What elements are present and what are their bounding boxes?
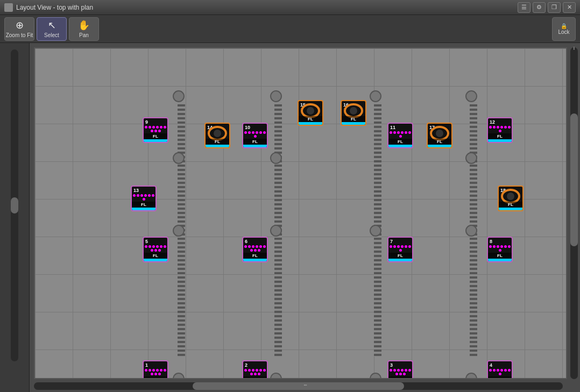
fixture-18[interactable]: 18 FL: [498, 186, 524, 211]
menu-button[interactable]: ☰: [518, 2, 531, 13]
fixture-12[interactable]: 12 FL: [487, 117, 513, 143]
fixture-3-num: 3: [390, 362, 393, 368]
stand-head-c2-mid2: [270, 225, 282, 237]
fixture-10[interactable]: 10 FL: [242, 123, 268, 148]
fixture-4-num: 4: [490, 362, 492, 368]
stand-head-c1-mid2: [173, 225, 185, 237]
toolbar: ⊕ Zoom to Fit ↖ Select ✋ Pan 🔒 Lock: [0, 15, 580, 43]
right-scrollbar-thumb[interactable]: [570, 113, 578, 246]
fixture-16-bar: [342, 122, 365, 125]
stand-head-c1-mid1: [173, 152, 185, 164]
pan-icon: ✋: [78, 19, 90, 31]
fixture-17-label: FL: [428, 139, 451, 145]
grid-lines: [35, 48, 566, 378]
fixture-2-box[interactable]: 2 FL: [242, 360, 268, 379]
fixture-15-bar: [299, 122, 322, 125]
fixture-11-box[interactable]: 11 FL: [387, 123, 413, 148]
fixture-9-label: FL: [144, 133, 167, 139]
fixture-10-num: 10: [245, 125, 250, 130]
fixture-4-box[interactable]: 4 FL: [487, 360, 513, 379]
fixture-1-dots: [144, 368, 167, 376]
fixture-11-num: 11: [390, 125, 395, 130]
fixture-6-box[interactable]: 6 FL: [242, 237, 268, 262]
fixture-12-label: FL: [488, 133, 512, 139]
lock-icon: 🔒: [561, 23, 567, 29]
fixture-9-box[interactable]: 9 FL: [143, 117, 168, 143]
fixture-7-box[interactable]: 7 FL: [387, 237, 413, 262]
fixture-2[interactable]: 2 FL: [242, 360, 268, 379]
fixture-9-num: 9: [145, 119, 148, 125]
fixture-14-box[interactable]: 14 FL: [204, 123, 230, 148]
pan-button[interactable]: ✋ Pan: [69, 17, 99, 41]
select-button[interactable]: ↖ Select: [37, 17, 67, 41]
fixture-13[interactable]: 13 FL: [131, 186, 157, 211]
more-options-bottom[interactable]: ···: [303, 380, 307, 389]
fixture-12-num: 12: [490, 119, 495, 125]
fixture-1[interactable]: 1 FL: [143, 360, 168, 379]
fixture-3-dots: [388, 368, 412, 376]
zoom-icon: ⊕: [16, 19, 24, 31]
fixture-5-box[interactable]: 5 FL: [143, 237, 168, 262]
fixture-15-box[interactable]: 15 FL: [298, 100, 323, 126]
fixture-3-label: FL: [388, 376, 412, 379]
lock-label: Lock: [558, 29, 569, 35]
fixture-8-num: 8: [490, 239, 492, 244]
fixture-6-bar: [243, 259, 267, 261]
restore-button[interactable]: ❐: [548, 2, 561, 13]
fixture-5[interactable]: 5 FL: [143, 237, 168, 262]
fixture-7[interactable]: 7 FL: [387, 237, 413, 262]
fixture-4[interactable]: 4 FL: [487, 360, 513, 379]
horizontal-scrollbar-thumb[interactable]: [193, 382, 404, 390]
fixture-18-box[interactable]: 18 FL: [498, 186, 524, 211]
vertical-scrollbar[interactable]: [11, 49, 18, 361]
fixture-10-dots: [243, 130, 267, 139]
stand-head-c4-mid2: [465, 225, 477, 237]
stand-head-c2-top: [270, 90, 282, 102]
fixture-8-box[interactable]: 8 FL: [487, 237, 513, 262]
settings-button[interactable]: ⚙: [533, 2, 546, 13]
fixture-13-label: FL: [132, 202, 155, 208]
fixture-9-dots: [144, 125, 167, 133]
fixture-9[interactable]: 9 FL: [143, 117, 168, 143]
fixture-1-label: FL: [144, 376, 167, 379]
fixture-11[interactable]: 11 FL: [387, 123, 413, 148]
scrollbar-thumb[interactable]: [11, 197, 18, 213]
fixture-11-label: FL: [388, 139, 412, 145]
fixture-14[interactable]: 14 FL: [204, 123, 230, 148]
fixture-10-bar: [243, 145, 267, 147]
fixture-12-box[interactable]: 12 FL: [487, 117, 513, 143]
fixture-1-num: 1: [145, 362, 148, 368]
title-bar: Layout View - top with plan ☰ ⚙ ❐ ✕: [0, 0, 580, 15]
grid-canvas[interactable]: 9 FL 10: [34, 47, 567, 379]
window-controls: ☰ ⚙ ❐ ✕: [518, 2, 576, 13]
fixture-15-label: FL: [299, 116, 322, 122]
fixture-14-label: FL: [206, 139, 229, 145]
fixture-17-bar: [428, 145, 451, 147]
fixture-15[interactable]: 15 FL: [298, 100, 323, 126]
horizontal-scrollbar[interactable]: [34, 382, 563, 390]
fixture-11-bar: [388, 145, 412, 147]
fixture-3[interactable]: 3 FL: [387, 360, 413, 379]
stand-head-c3-mid2: [370, 225, 381, 237]
fixture-11-dots: [388, 130, 412, 139]
fixture-6[interactable]: 6 FL: [242, 237, 268, 262]
fixture-17[interactable]: 17 FL: [427, 123, 452, 148]
fixture-5-num: 5: [145, 239, 148, 244]
fixture-12-dots: [488, 125, 512, 133]
fixture-8[interactable]: 8 FL: [487, 237, 513, 262]
close-button[interactable]: ✕: [563, 2, 576, 13]
fixture-16[interactable]: 16 FL: [341, 100, 366, 126]
fixture-1-box[interactable]: 1 FL: [143, 360, 168, 379]
fixture-17-box[interactable]: 17 FL: [427, 123, 452, 148]
fixture-7-dots: [388, 244, 412, 253]
zoom-to-fit-button[interactable]: ⊕ Zoom to Fit: [4, 17, 34, 41]
more-options-top[interactable]: ···: [570, 46, 579, 49]
fixture-16-box[interactable]: 16 FL: [341, 100, 366, 126]
fixture-3-box[interactable]: 3 FL: [387, 360, 413, 379]
right-scrollbar[interactable]: [570, 47, 578, 379]
fixture-13-box[interactable]: 13 FL: [131, 186, 157, 211]
fixture-8-dots: [488, 244, 512, 253]
select-icon: ↖: [48, 19, 56, 31]
lock-button[interactable]: 🔒 Lock: [552, 17, 576, 41]
fixture-10-box[interactable]: 10 FL: [242, 123, 268, 148]
